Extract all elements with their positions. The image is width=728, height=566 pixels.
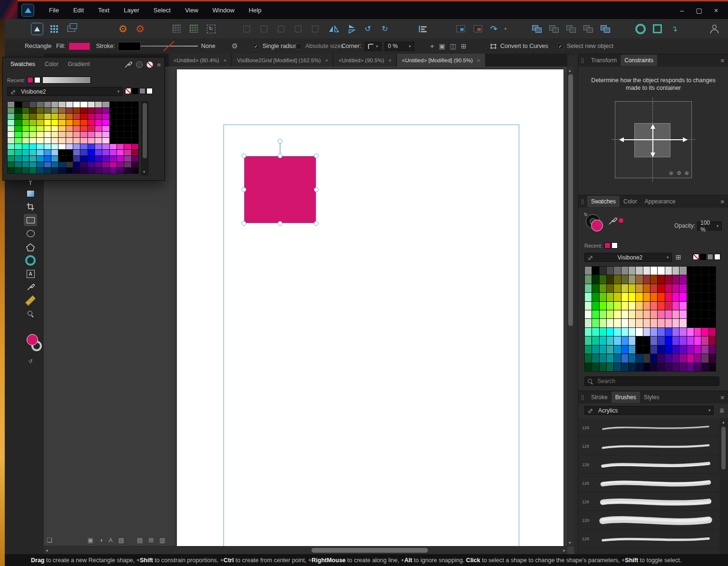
palette-swatch[interactable] <box>585 336 592 345</box>
palette-swatch[interactable] <box>600 336 606 345</box>
fill-tool[interactable] <box>24 254 37 267</box>
palette-swatch[interactable] <box>66 126 73 132</box>
palette-swatch[interactable] <box>614 363 621 371</box>
palette-swatch[interactable] <box>629 336 635 345</box>
palette-swatch[interactable] <box>636 319 642 327</box>
horizontal-scrollbar[interactable]: ◂ ▸ <box>44 546 567 554</box>
palette-swatch[interactable] <box>44 150 51 155</box>
palette-swatch[interactable] <box>44 102 51 107</box>
palette-swatch[interactable] <box>37 150 43 155</box>
palette-swatch[interactable] <box>58 126 65 132</box>
zoom-tool[interactable] <box>24 307 37 320</box>
palette-swatch[interactable] <box>132 102 138 107</box>
palette-swatch[interactable] <box>701 275 708 283</box>
anchor-icon[interactable]: ⊕ <box>685 170 689 176</box>
palette-swatch[interactable] <box>15 144 21 150</box>
palette-swatch[interactable] <box>73 120 80 125</box>
grid-options-button[interactable] <box>187 23 200 35</box>
palette-swatch[interactable] <box>650 363 657 371</box>
palette-swatch[interactable] <box>44 120 51 125</box>
palette-swatch[interactable] <box>29 144 36 150</box>
recent-swatch[interactable] <box>612 242 618 249</box>
palette-swatch[interactable] <box>600 354 606 362</box>
palette-swatch[interactable] <box>8 126 14 132</box>
document-tab[interactable]: <Untitled> (80.4%)× <box>169 54 231 67</box>
palette-swatch[interactable] <box>672 275 679 283</box>
palette-swatch[interactable] <box>650 275 657 283</box>
rotation-handle[interactable] <box>278 139 282 144</box>
palette-swatch[interactable] <box>679 319 686 327</box>
palette-swatch[interactable] <box>124 108 131 114</box>
scroll-down-icon[interactable]: ▾ <box>569 540 571 545</box>
palette-swatch[interactable] <box>132 120 138 125</box>
tab-close-icon[interactable]: × <box>388 58 391 63</box>
palette-swatch[interactable] <box>44 156 51 162</box>
ellipse-tool[interactable] <box>24 227 37 240</box>
palette-swatch[interactable] <box>629 345 635 354</box>
palette-swatch[interactable] <box>80 144 87 150</box>
palette-swatch[interactable] <box>29 102 36 107</box>
palette-swatch[interactable] <box>58 162 65 168</box>
palette-swatch[interactable] <box>110 114 116 119</box>
palette-swatch[interactable] <box>621 354 628 362</box>
panel-grip-icon[interactable] <box>582 58 583 63</box>
palette-swatch[interactable] <box>29 108 36 114</box>
palette-swatch[interactable] <box>88 108 95 114</box>
palette-swatch[interactable] <box>88 168 95 173</box>
palette-swatch[interactable] <box>687 319 694 327</box>
palette-swatch[interactable] <box>687 293 694 301</box>
palette-swatch[interactable] <box>22 132 29 137</box>
fill-color-swatch[interactable] <box>68 42 90 50</box>
tab-constraints[interactable]: Constraints <box>621 55 657 66</box>
palette-swatch[interactable] <box>37 132 43 137</box>
palette-swatch[interactable] <box>614 267 621 275</box>
palette-scrollbar[interactable]: ▾ <box>141 101 148 175</box>
palette-swatch[interactable] <box>15 162 21 168</box>
palette-swatch[interactable] <box>621 284 628 292</box>
palette-swatch[interactable] <box>665 310 672 318</box>
scroll-up-icon[interactable]: ▴ <box>569 68 571 73</box>
palette-swatch[interactable] <box>37 162 43 168</box>
palette-swatch[interactable] <box>29 126 36 132</box>
palette-swatch[interactable] <box>124 126 131 132</box>
scroll-right-icon[interactable]: ▸ <box>563 548 565 553</box>
palette-swatch[interactable] <box>709 336 716 345</box>
tab-brushes[interactable]: Brushes <box>612 392 640 403</box>
palette-swatch[interactable] <box>88 150 95 155</box>
palette-swatch[interactable] <box>8 114 14 119</box>
palette-swatch[interactable] <box>709 319 716 327</box>
palette-swatch[interactable] <box>73 114 80 119</box>
palette-swatch[interactable] <box>658 310 664 318</box>
palette-swatch[interactable] <box>585 328 592 336</box>
palette-swatch[interactable] <box>650 354 657 362</box>
palette-swatch[interactable] <box>607 328 613 336</box>
convert-to-curves-button[interactable]: Convert to Curves <box>500 43 548 49</box>
palette-swatch[interactable] <box>102 132 109 137</box>
resize-handle-br[interactable] <box>314 221 319 226</box>
palette-swatch[interactable] <box>679 336 686 345</box>
palette-swatch[interactable] <box>650 328 657 336</box>
palette-swatch[interactable] <box>132 108 138 114</box>
artistic-text-tool[interactable]: A <box>24 268 37 280</box>
palette-swatch[interactable] <box>701 267 708 275</box>
palette-swatch[interactable] <box>701 310 708 318</box>
palette-swatch[interactable] <box>80 120 87 125</box>
palette-swatch[interactable] <box>694 345 701 354</box>
no-color-icon[interactable] <box>146 61 153 68</box>
flip-horizontal-button[interactable] <box>327 23 340 35</box>
tab-close-icon[interactable]: × <box>325 58 328 63</box>
palette-swatch[interactable] <box>95 144 102 150</box>
tab-swatches[interactable]: Swatches <box>587 196 620 207</box>
palette-swatch[interactable] <box>600 302 606 310</box>
palette-swatch[interactable] <box>709 363 716 371</box>
palette-swatch[interactable] <box>8 132 14 137</box>
preferences-gear-button[interactable]: ⚙ <box>134 23 146 35</box>
palette-swatch[interactable] <box>124 156 131 162</box>
palette-swatch[interactable] <box>44 138 51 144</box>
boolean-divide-button[interactable] <box>599 23 612 35</box>
palette-swatch[interactable] <box>701 328 708 336</box>
palette-swatch[interactable] <box>124 138 131 144</box>
brush-category-dropdown[interactable]: Acrylics ▾ <box>584 406 714 415</box>
palette-swatch[interactable] <box>614 293 621 301</box>
palette-swatch[interactable] <box>592 328 599 336</box>
